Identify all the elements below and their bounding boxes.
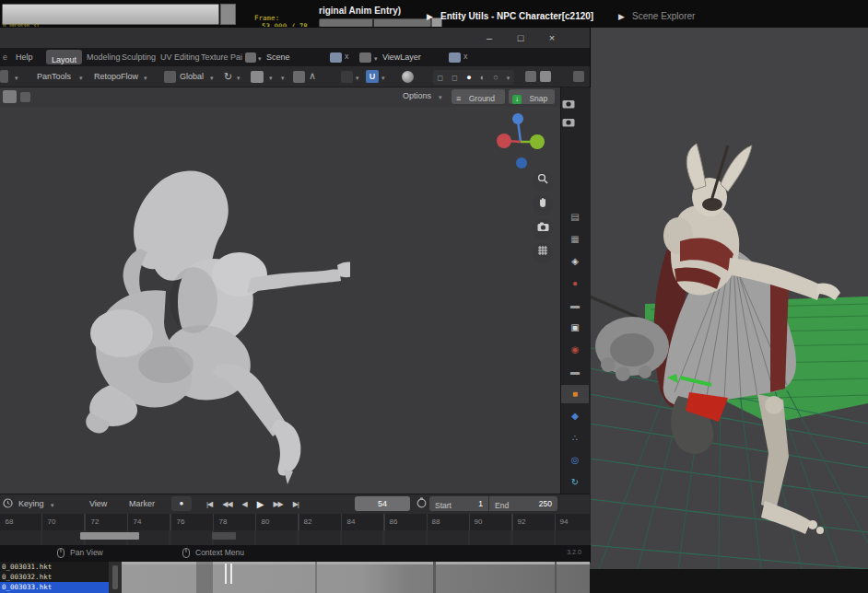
entity-utils-tab[interactable]: Entity Utils - NPC Character[c2120] bbox=[440, 11, 593, 21]
scene-explorer-tab[interactable]: Scene Explorer bbox=[632, 11, 695, 21]
gizmo-toggle-icon[interactable] bbox=[251, 71, 264, 83]
menu-partial[interactable]: e bbox=[3, 52, 7, 62]
tab-layout[interactable]: Layout bbox=[46, 50, 82, 64]
scene-selector[interactable]: Scene bbox=[266, 52, 290, 62]
jump-start-button[interactable]: |◀ bbox=[206, 500, 212, 508]
pivot-caret-icon[interactable]: ▾ bbox=[237, 75, 240, 81]
keying-caret-icon[interactable]: ▾ bbox=[51, 502, 54, 508]
menu-help[interactable]: Help bbox=[16, 52, 33, 62]
scene-explorer-play-icon[interactable]: ▶ bbox=[618, 12, 625, 21]
navigation-gizmo[interactable] bbox=[493, 109, 557, 178]
view-menu[interactable]: View bbox=[89, 499, 107, 508]
tab-texture-paint[interactable]: Texture Pai bbox=[201, 52, 242, 62]
shading-box2-icon[interactable]: ◻ bbox=[452, 74, 458, 82]
pan-tool-button[interactable] bbox=[533, 195, 553, 215]
xray-icon[interactable] bbox=[525, 71, 536, 82]
modifiers-tab[interactable]: ◆ bbox=[561, 407, 589, 425]
mode-caret-icon[interactable]: ▾ bbox=[15, 75, 18, 81]
retopoflow-caret-icon[interactable]: ▾ bbox=[144, 75, 147, 81]
file-list-item-selected[interactable]: 0_003033.hkt bbox=[0, 582, 109, 593]
particles-tab[interactable]: ∴ bbox=[561, 429, 589, 448]
tab-modeling[interactable]: Modeling bbox=[87, 52, 121, 62]
monitor-tab[interactable]: ▬ bbox=[561, 296, 589, 315]
magnet-icon[interactable] bbox=[341, 71, 353, 83]
output-tab[interactable]: ▤ bbox=[561, 208, 589, 227]
dopesheet-playhead[interactable] bbox=[225, 564, 227, 584]
pantools-menu[interactable]: PanTools bbox=[37, 72, 71, 81]
snap-button[interactable]: ↓ Snap bbox=[509, 89, 555, 104]
render-tab[interactable] bbox=[562, 96, 575, 112]
tab-sculpting[interactable]: Sculpting bbox=[122, 52, 156, 62]
render-tab-2[interactable] bbox=[562, 114, 575, 131]
falloff-icon[interactable]: ∧ bbox=[309, 70, 316, 82]
scene-tab[interactable]: ◈ bbox=[561, 252, 589, 271]
keying-menu[interactable]: Keying bbox=[18, 499, 44, 508]
corner-icon[interactable] bbox=[573, 71, 584, 82]
tool-icon[interactable] bbox=[3, 90, 17, 103]
jump-end-button[interactable]: ▶| bbox=[293, 500, 299, 508]
viewport-character-model[interactable] bbox=[55, 153, 350, 484]
viewlayer-new-icon[interactable] bbox=[449, 52, 461, 63]
screen-tab[interactable]: ▬ bbox=[561, 363, 589, 381]
editor-type-icon[interactable] bbox=[0, 70, 8, 83]
maximize-button[interactable]: □ bbox=[505, 29, 536, 47]
auto-key-button[interactable]: ● bbox=[171, 496, 192, 511]
prev-key-button[interactable]: ◀◀ bbox=[222, 500, 231, 508]
pivot-icon[interactable]: ↻ bbox=[224, 71, 232, 83]
magnet-caret-icon[interactable]: ▾ bbox=[356, 75, 359, 81]
shading-rendered-icon[interactable]: ○ bbox=[493, 73, 498, 82]
overlay-caret-icon[interactable]: ▾ bbox=[281, 75, 285, 81]
current-frame-field[interactable]: 54 bbox=[355, 496, 410, 511]
play-reverse-button[interactable]: ◀ bbox=[242, 500, 247, 508]
viewlayer-tab[interactable]: ▦ bbox=[561, 230, 589, 249]
object-tab-active[interactable]: ■ bbox=[561, 385, 589, 403]
options-caret-icon[interactable]: ▾ bbox=[439, 94, 442, 100]
snap-caret-icon[interactable]: ▾ bbox=[381, 75, 385, 81]
end-frame-field[interactable]: End 250 bbox=[489, 496, 557, 511]
scene-caret-icon[interactable]: ▾ bbox=[258, 55, 262, 62]
anim-list-spinner[interactable] bbox=[220, 4, 236, 25]
tool-sub-icon[interactable] bbox=[20, 92, 30, 102]
viewlayer-caret-icon[interactable]: ▾ bbox=[374, 55, 378, 62]
shading-solid-icon[interactable]: ● bbox=[466, 73, 471, 82]
ground-button[interactable]: ≡ Ground bbox=[452, 89, 505, 104]
viewlayer-unlink-button[interactable]: x bbox=[463, 52, 468, 61]
play-button[interactable]: ▶ bbox=[257, 499, 264, 509]
minimize-button[interactable]: – bbox=[474, 29, 505, 47]
orientation-selector[interactable]: Global bbox=[180, 72, 204, 81]
overlays-icon[interactable] bbox=[540, 71, 551, 82]
options-menu[interactable]: Options bbox=[403, 91, 431, 100]
proportional-sphere-icon[interactable] bbox=[402, 71, 414, 83]
shading-material-icon[interactable]: ◐ bbox=[480, 73, 485, 82]
retopoflow-menu[interactable]: RetopoFlow bbox=[94, 72, 138, 81]
keyframe-range-bar[interactable] bbox=[212, 532, 236, 540]
file-list-item[interactable]: 0_003031.hkt bbox=[0, 562, 109, 572]
perspective-toggle-button[interactable] bbox=[533, 243, 553, 263]
viewlayer-selector[interactable]: ViewLayer bbox=[382, 52, 421, 62]
overlay-toggle-icon[interactable] bbox=[293, 71, 305, 83]
collection-tab[interactable]: ▣ bbox=[561, 319, 589, 337]
start-frame-field[interactable]: Start 1 bbox=[429, 496, 488, 511]
file-list-item[interactable]: 0_003032.hkt bbox=[0, 572, 109, 582]
gizmo-caret-icon[interactable]: ▾ bbox=[269, 75, 273, 81]
dopesheet-panel[interactable] bbox=[122, 562, 590, 593]
tab-uv-editing[interactable]: UV Editing bbox=[160, 52, 200, 62]
keyframe-summary-bar[interactable] bbox=[80, 532, 139, 540]
physics-tab[interactable]: ◎ bbox=[561, 451, 589, 470]
close-button[interactable]: × bbox=[536, 29, 568, 47]
pantools-caret-icon[interactable]: ▾ bbox=[79, 75, 83, 81]
scene-viewport[interactable] bbox=[590, 28, 868, 569]
constraints-tab[interactable]: ↻ bbox=[561, 473, 589, 492]
shading-box1-icon[interactable]: ◻ bbox=[438, 74, 444, 82]
entity-utils-play-icon[interactable]: ▶ bbox=[427, 12, 433, 21]
shading-caret-icon[interactable]: ▾ bbox=[507, 75, 510, 81]
world-tab[interactable]: ● bbox=[561, 274, 589, 293]
orientation-caret-icon[interactable]: ▾ bbox=[210, 75, 214, 81]
scene-unlink-button[interactable]: x bbox=[345, 52, 349, 61]
file-list-scrollbar[interactable] bbox=[109, 562, 122, 593]
zoom-tool-button[interactable] bbox=[533, 171, 553, 192]
world-red-tab[interactable]: ◉ bbox=[561, 341, 589, 359]
scene-new-icon[interactable] bbox=[330, 52, 342, 63]
clock-icon[interactable] bbox=[3, 498, 13, 508]
anim-entry-slider-handle[interactable] bbox=[372, 19, 374, 27]
